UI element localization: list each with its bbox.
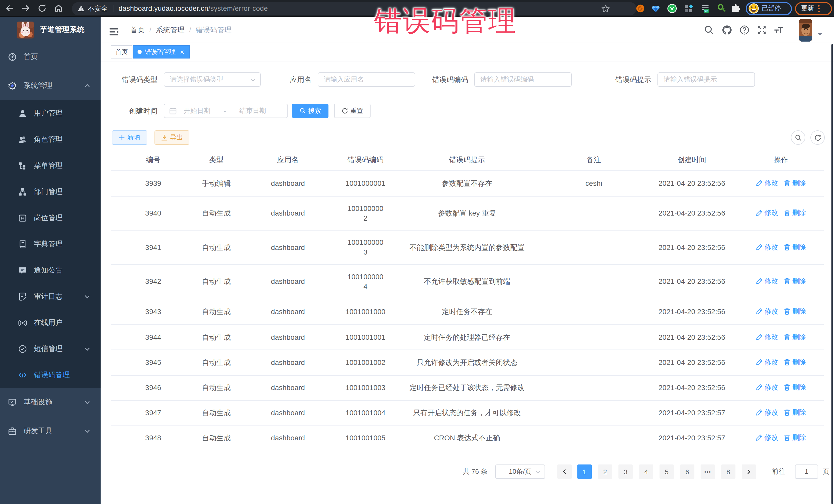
edit-icon bbox=[756, 409, 762, 416]
export-button[interactable]: 导出 bbox=[154, 130, 190, 145]
edit-link[interactable]: 修改 bbox=[756, 275, 778, 287]
sidebar-item-12[interactable]: 短信管理 bbox=[0, 336, 101, 362]
fullscreen-icon[interactable] bbox=[757, 25, 767, 35]
sidebar-item-3[interactable]: 用户管理 bbox=[0, 100, 101, 126]
pagination-page-1[interactable]: 1 bbox=[577, 464, 592, 479]
sidebar-logo[interactable]: 芋道管理系统 bbox=[0, 17, 101, 43]
sidebar-item-4[interactable]: 角色管理 bbox=[0, 126, 101, 152]
sidebar-item-14[interactable]: 基础设施 bbox=[0, 388, 101, 417]
sidebar-item-13[interactable]: 错误码管理 bbox=[0, 362, 101, 388]
extension-key-icon[interactable] bbox=[717, 4, 727, 13]
browser-menu-icon[interactable] bbox=[818, 5, 820, 12]
pagination-next-button[interactable] bbox=[742, 464, 756, 479]
close-tab-icon[interactable] bbox=[179, 48, 185, 55]
pagination-goto-input[interactable]: 1 bbox=[795, 464, 818, 479]
sidebar-item-10[interactable]: 审计日志 bbox=[0, 283, 101, 309]
date-start-placeholder: 开始日期 bbox=[184, 106, 211, 115]
edit-link[interactable]: 修改 bbox=[756, 432, 778, 443]
page-scrollbar[interactable] bbox=[831, 44, 833, 504]
bookmark-star-icon[interactable] bbox=[601, 4, 610, 13]
github-icon[interactable] bbox=[722, 25, 732, 35]
extension-vue-devtools-icon[interactable] bbox=[667, 4, 677, 13]
avatar-dropdown-caret[interactable] bbox=[818, 34, 822, 38]
pagination-page-3[interactable]: 3 bbox=[618, 464, 633, 479]
delete-link[interactable]: 删除 bbox=[784, 207, 806, 219]
refresh-table-button[interactable] bbox=[810, 130, 825, 145]
sidebar-item-2[interactable]: 系统管理 bbox=[0, 71, 101, 100]
sidebar-item-8[interactable]: 字典管理 bbox=[0, 231, 101, 257]
cell-type: 自动生成 bbox=[196, 382, 237, 394]
tab-home[interactable]: 首页 bbox=[111, 45, 132, 59]
search-icon bbox=[795, 134, 802, 141]
delete-link[interactable]: 删除 bbox=[784, 407, 806, 418]
delete-link[interactable]: 删除 bbox=[784, 331, 806, 343]
add-button[interactable]: 新增 bbox=[112, 130, 147, 145]
sidebar-item-5[interactable]: 菜单管理 bbox=[0, 152, 101, 179]
browser-forward-icon[interactable] bbox=[21, 4, 30, 13]
reset-button[interactable]: 重置 bbox=[334, 104, 371, 118]
extension-adblock-icon[interactable] bbox=[635, 4, 645, 13]
delete-link[interactable]: 删除 bbox=[784, 356, 806, 368]
toggle-search-button[interactable] bbox=[791, 130, 805, 145]
delete-link[interactable]: 删除 bbox=[784, 177, 806, 189]
browser-home-icon[interactable] bbox=[54, 4, 63, 13]
page-size-select[interactable]: 10条/页 bbox=[495, 464, 545, 479]
sidebar-item-1[interactable]: 首页 bbox=[0, 43, 101, 71]
sidebar-item-15[interactable]: 研发工具 bbox=[0, 417, 101, 445]
sidebar-item-6[interactable]: 部门管理 bbox=[0, 179, 101, 205]
edit-link[interactable]: 修改 bbox=[756, 381, 778, 393]
edit-link[interactable]: 修改 bbox=[756, 177, 778, 189]
help-icon[interactable] bbox=[740, 25, 749, 35]
extension-tampermonkey-icon[interactable]: on bbox=[701, 4, 711, 13]
browser-reload-icon[interactable] bbox=[38, 4, 47, 13]
delete-link[interactable]: 删除 bbox=[784, 275, 806, 287]
tab-error-code[interactable]: 错误码管理 bbox=[133, 45, 190, 59]
extensions-puzzle-icon[interactable] bbox=[731, 4, 741, 13]
date-range-picker[interactable]: 开始日期 - 结束日期 bbox=[164, 104, 288, 118]
input-placeholder: 请输入错误码提示 bbox=[664, 75, 717, 84]
edit-link[interactable]: 修改 bbox=[756, 305, 778, 317]
header-search-icon[interactable] bbox=[704, 25, 714, 35]
error-code-input[interactable]: 请输入错误码编码 bbox=[474, 72, 572, 87]
sidebar-item-11[interactable]: 在线用户 bbox=[0, 309, 101, 336]
pagination-page-4[interactable]: 4 bbox=[639, 464, 653, 479]
address-bar[interactable]: 不安全 dashboard.yudao.iocoder.cn/system/er… bbox=[72, 2, 636, 15]
error-type-select[interactable]: 请选择错误码类型 bbox=[164, 72, 261, 87]
edit-link[interactable]: 修改 bbox=[756, 356, 778, 368]
app-name-input[interactable]: 请输入应用名 bbox=[318, 72, 415, 87]
delete-link[interactable]: 删除 bbox=[784, 381, 806, 393]
breadcrumb-system[interactable]: 系统管理 bbox=[156, 25, 184, 35]
pagination-page-5[interactable]: 5 bbox=[659, 464, 674, 479]
hamburger-icon[interactable] bbox=[109, 28, 118, 36]
delete-link[interactable]: 删除 bbox=[784, 432, 806, 443]
user-avatar[interactable] bbox=[799, 19, 812, 42]
error-msg-input[interactable]: 请输入错误码提示 bbox=[657, 72, 755, 87]
pagination-page-8[interactable]: 8 bbox=[721, 464, 736, 479]
breadcrumb-home[interactable]: 首页 bbox=[130, 25, 145, 35]
field-label-error-msg: 错误码提示 bbox=[605, 72, 651, 87]
extension-gem-icon[interactable] bbox=[651, 4, 660, 13]
edit-link[interactable]: 修改 bbox=[756, 331, 778, 343]
pagination-page-6[interactable]: 6 bbox=[680, 464, 695, 479]
delete-link[interactable]: 删除 bbox=[784, 241, 806, 253]
pagination-prev-button[interactable] bbox=[557, 464, 572, 479]
browser-back-icon[interactable] bbox=[5, 4, 14, 13]
date-separator: - bbox=[224, 107, 226, 115]
sidebar-item-9[interactable]: 通知公告 bbox=[0, 257, 101, 283]
browser-update-chip[interactable]: 更新 bbox=[795, 2, 832, 15]
font-size-icon[interactable] bbox=[774, 25, 784, 35]
delete-link[interactable]: 删除 bbox=[784, 305, 806, 317]
edit-link[interactable]: 修改 bbox=[756, 207, 778, 219]
sidebar-item-7[interactable]: 岗位管理 bbox=[0, 205, 101, 231]
search-button[interactable]: 搜索 bbox=[292, 104, 328, 118]
url-path[interactable]: /system/error-code bbox=[208, 5, 268, 12]
edit-link[interactable]: 修改 bbox=[756, 407, 778, 418]
recording-paused-chip[interactable]: 已暂停 bbox=[746, 2, 792, 15]
edit-link[interactable]: 修改 bbox=[756, 241, 778, 253]
url-host[interactable]: dashboard.yudao.iocoder.cn bbox=[118, 5, 208, 12]
extension-grid-icon[interactable] bbox=[684, 4, 694, 13]
cell-app: dashboard bbox=[237, 357, 339, 369]
security-label[interactable]: 不安全 bbox=[88, 4, 108, 13]
pagination-page-2[interactable]: 2 bbox=[598, 464, 612, 479]
pagination-ellipsis[interactable]: ••• bbox=[701, 464, 715, 479]
